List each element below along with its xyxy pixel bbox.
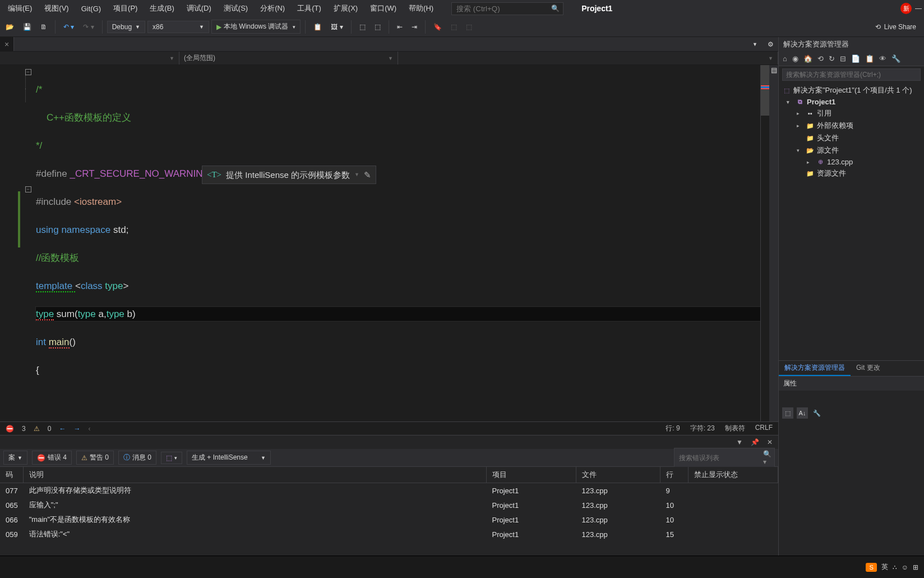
open-file-icon[interactable]: 📂 — [2, 21, 17, 33]
eol-indicator[interactable]: CRLF — [755, 424, 773, 433]
wrench-icon[interactable]: 🔧 — [811, 407, 823, 419]
global-search-input[interactable] — [456, 4, 551, 13]
editor-tab[interactable]: × — [0, 37, 14, 51]
expander-icon[interactable]: ▸ — [797, 123, 803, 129]
taskbar-icon[interactable]: ⊞ — [913, 563, 918, 571]
show-all-icon[interactable]: 📄 — [849, 53, 862, 64]
preview-icon[interactable]: 👁 — [877, 53, 888, 64]
scrollbar-minimap[interactable] — [760, 65, 769, 421]
menu-extensions[interactable]: 扩展(X) — [328, 1, 363, 16]
config-dropdown[interactable]: Debug▼ — [107, 21, 145, 33]
expander-icon[interactable]: ▸ — [807, 159, 814, 165]
panel-dropdown-icon[interactable]: ▼ — [734, 437, 745, 447]
close-tab-icon[interactable]: × — [4, 40, 9, 49]
line-indicator[interactable]: 行: 9 — [666, 424, 680, 433]
toolbar-tool-icon[interactable]: 📋 — [310, 21, 325, 33]
taskbar-icon[interactable]: ∴ — [893, 563, 897, 571]
bookmark-icon[interactable]: 🔖 — [430, 21, 445, 33]
menu-tools[interactable]: 工具(T) — [292, 1, 327, 16]
refresh-icon[interactable]: ↻ — [827, 53, 837, 64]
error-row[interactable]: 066 "main"不是函数模板的有效名称 Project1 123.cpp 1… — [0, 512, 778, 527]
toolbar-tool-icon[interactable]: ⬚ — [463, 21, 475, 33]
back-icon[interactable]: ◉ — [791, 53, 800, 64]
collapse-icon[interactable]: ⊟ — [838, 53, 848, 64]
solution-tree[interactable]: ⬚ 解决方案"Project1"(1 个项目/共 1 个) ▾ ⧉ Projec… — [779, 83, 924, 360]
warning-count-icon[interactable]: ⚠ — [34, 425, 40, 433]
code-filter-button[interactable]: ⬚▾ — [161, 452, 182, 464]
menu-help[interactable]: 帮助(H) — [403, 1, 439, 16]
tree-resources[interactable]: ▸ 📁 资源文件 — [779, 167, 924, 180]
error-row[interactable]: 059 语法错误:"<" Project1 123.cpp 15 — [0, 527, 778, 542]
alphabetize-icon[interactable]: A↓ — [797, 407, 808, 419]
categorize-icon[interactable]: ⬚ — [782, 407, 793, 419]
menu-edit[interactable]: 编辑(E) — [2, 1, 38, 16]
tab-overflow-icon[interactable]: ▼ — [748, 39, 762, 49]
scrollbar-thumb[interactable] — [761, 65, 769, 116]
split-handle-icon[interactable]: ▤ — [769, 65, 778, 421]
error-search-box[interactable]: 🔍▾ — [674, 448, 775, 468]
save-all-icon[interactable]: 🗎 — [37, 21, 50, 33]
wrench-icon[interactable]: 🔧 — [890, 53, 902, 64]
sync-icon[interactable]: ⟲ — [816, 53, 825, 64]
tree-source-file[interactable]: ▸ ⊕ 123.cpp — [779, 157, 924, 167]
tree-references[interactable]: ▸ ▪▪ 引用 — [779, 107, 924, 120]
menu-test[interactable]: 测试(S) — [218, 1, 253, 16]
menu-git[interactable]: Git(G) — [76, 2, 107, 15]
tree-project[interactable]: ▾ ⧉ Project1 — [779, 97, 924, 107]
nav-member-dropdown[interactable]: ▼ — [398, 52, 778, 65]
error-row[interactable]: 077 此声明没有存储类或类型说明符 Project1 123.cpp 9 — [0, 483, 778, 498]
messages-filter-button[interactable]: ⓘ消息 0 — [118, 451, 156, 465]
taskbar-icon[interactable]: ☺ — [902, 563, 908, 571]
col-code[interactable]: 码 — [0, 467, 24, 483]
col-line[interactable]: 行 — [660, 467, 689, 483]
menu-debug[interactable]: 调试(D) — [181, 1, 217, 16]
nav-forward-icon[interactable]: → — [73, 425, 80, 433]
scope-filter-dropdown[interactable]: 案 ▼ — [3, 451, 27, 465]
toolbar-tool-icon[interactable]: ⬚ — [356, 21, 369, 33]
toolbar-tool-icon[interactable]: 🖼 ▾ — [327, 21, 346, 33]
minimize-icon[interactable]: — — [915, 4, 922, 12]
expander-icon[interactable]: ▾ — [797, 148, 803, 153]
tab-solution-explorer[interactable]: 解决方案资源管理器 — [779, 361, 851, 376]
nav-back-icon[interactable]: ← — [59, 425, 66, 433]
redo-icon[interactable]: ↷ ▾ — [80, 21, 97, 33]
col-project[interactable]: 项目 — [487, 467, 576, 483]
save-icon[interactable]: 💾 — [20, 21, 35, 33]
properties-icon[interactable]: 📋 — [863, 53, 876, 64]
error-row[interactable]: 065 应输入";" Project1 123.cpp 10 — [0, 498, 778, 512]
tree-headers[interactable]: ▸ 📁 头文件 — [779, 132, 924, 144]
notifications-badge[interactable]: 新 — [900, 3, 912, 14]
errors-filter-button[interactable]: ⛔错误 4 — [32, 451, 72, 465]
indent-indicator[interactable]: 制表符 — [725, 424, 745, 433]
nav-project-dropdown[interactable]: ▼ — [0, 52, 179, 65]
live-share-button[interactable]: ⟲ Live Share — [870, 21, 922, 33]
menu-build[interactable]: 生成(B) — [144, 1, 179, 16]
tree-solution-root[interactable]: ⬚ 解决方案"Project1"(1 个项目/共 1 个) — [779, 84, 924, 97]
expander-icon[interactable]: ▾ — [787, 99, 793, 105]
warnings-filter-button[interactable]: ⚠警告 0 — [76, 451, 114, 465]
language-indicator[interactable]: 英 — [881, 562, 888, 572]
solution-search-input[interactable] — [786, 71, 917, 79]
chevron-down-icon[interactable]: ▼ — [354, 168, 359, 182]
menu-window[interactable]: 窗口(W) — [364, 1, 402, 16]
nav-scope-dropdown[interactable]: (全局范围)▼ — [179, 52, 398, 65]
intellisense-popup[interactable]: <T> 提供 IntelliSense 的示例模板参数 ▼ ✎ — [202, 166, 376, 184]
panel-close-icon[interactable]: ✕ — [765, 437, 775, 447]
source-filter-dropdown[interactable]: 生成 + IntelliSense▼ — [187, 451, 271, 465]
expander-icon[interactable]: ▸ — [797, 111, 803, 116]
error-list-table[interactable]: 码 说明 项目 文件 行 禁止显示状态 077 此声明没有存储类或类型说明符 P… — [0, 467, 778, 556]
global-search-box[interactable]: 🔍 — [451, 2, 563, 15]
solution-search-box[interactable] — [782, 68, 921, 81]
col-suppress[interactable]: 禁止显示状态 — [689, 467, 778, 483]
fold-icon[interactable]: − — [25, 186, 31, 192]
menu-project[interactable]: 项目(P) — [108, 1, 143, 16]
home-icon[interactable]: ⌂ — [781, 53, 789, 64]
tab-git-changes[interactable]: Git 更改 — [851, 361, 886, 376]
home-icon[interactable]: 🏠 — [802, 53, 814, 64]
platform-dropdown[interactable]: x86▼ — [147, 21, 209, 33]
char-indicator[interactable]: 字符: 23 — [690, 424, 715, 433]
ime-badge[interactable]: S — [866, 563, 876, 572]
error-count-icon[interactable]: ⛔ — [6, 425, 14, 433]
menu-analyze[interactable]: 分析(N) — [255, 1, 290, 16]
start-debug-button[interactable]: ▶ 本地 Windows 调试器 ▾ — [211, 20, 301, 34]
